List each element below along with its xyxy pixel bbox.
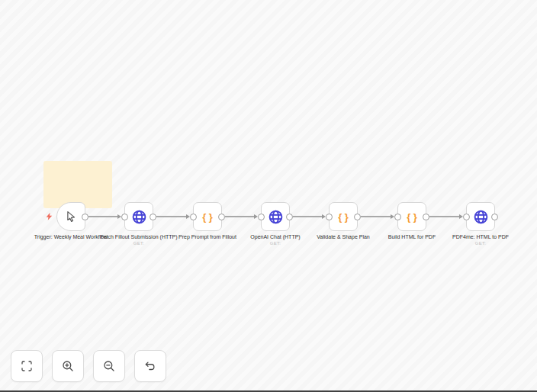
node-sublabel: GET: bbox=[233, 241, 318, 246]
input-port[interactable] bbox=[121, 214, 128, 220]
node-prep-prompt-from-fillout[interactable]: { } Prep Prompt from Fillout bbox=[193, 202, 222, 231]
node-sublabel: GET: bbox=[96, 241, 182, 246]
undo-icon bbox=[143, 359, 157, 373]
trigger-bolt-icon bbox=[46, 213, 53, 221]
connection-line bbox=[225, 216, 255, 217]
fit-view-icon bbox=[20, 359, 34, 373]
zoom-out-icon bbox=[102, 359, 116, 373]
output-port[interactable] bbox=[82, 214, 88, 220]
input-port[interactable] bbox=[326, 214, 333, 220]
cursor-icon bbox=[64, 210, 78, 223]
node-box[interactable]: { } bbox=[193, 202, 222, 231]
connection-line bbox=[293, 216, 323, 217]
globe-icon bbox=[473, 209, 489, 225]
output-port[interactable] bbox=[286, 214, 293, 220]
connection-line bbox=[88, 216, 118, 217]
code-braces-icon: { } bbox=[202, 212, 213, 222]
node-pdf4me-html-to-pdf[interactable]: PDF4me: HTML to PDF GET: bbox=[466, 202, 495, 231]
globe-icon bbox=[268, 209, 284, 225]
input-port[interactable] bbox=[258, 214, 265, 220]
output-port[interactable] bbox=[423, 214, 429, 220]
node-box[interactable] bbox=[56, 202, 85, 231]
connection-line bbox=[361, 216, 391, 217]
zoom-in-button[interactable] bbox=[52, 350, 84, 382]
sticky-note[interactable] bbox=[43, 161, 112, 208]
node-box[interactable]: { } bbox=[397, 202, 426, 231]
node-trigger-weekly-meal-workflow[interactable]: Trigger: Weekly Meal Workflow bbox=[56, 202, 85, 231]
node-box[interactable] bbox=[466, 202, 495, 231]
output-port[interactable] bbox=[218, 214, 225, 220]
output-port[interactable] bbox=[354, 214, 361, 220]
workflow-canvas[interactable]: Trigger: Weekly Meal Workflow Fetch Fill… bbox=[0, 0, 537, 392]
node-box[interactable]: { } bbox=[329, 202, 358, 231]
fit-view-button[interactable] bbox=[11, 350, 43, 382]
node-build-html-for-pdf[interactable]: { } Build HTML for PDF bbox=[397, 202, 426, 231]
output-port[interactable] bbox=[491, 214, 498, 220]
node-box[interactable] bbox=[124, 202, 153, 231]
node-sublabel: GET: bbox=[438, 241, 523, 246]
node-openai-chat[interactable]: OpenAI Chat (HTTP) GET: bbox=[261, 202, 290, 231]
zoom-out-button[interactable] bbox=[93, 350, 125, 382]
code-braces-icon: { } bbox=[338, 212, 349, 222]
code-braces-icon: { } bbox=[407, 212, 417, 222]
node-label: PDF4me: HTML to PDF bbox=[438, 233, 523, 240]
globe-icon bbox=[131, 209, 147, 225]
output-port[interactable] bbox=[150, 214, 156, 220]
input-port[interactable] bbox=[463, 214, 470, 220]
node-box[interactable] bbox=[261, 202, 290, 231]
node-validate-shape-plan[interactable]: { } Validate & Shape Plan bbox=[329, 202, 358, 231]
input-port[interactable] bbox=[394, 214, 401, 220]
zoom-in-icon bbox=[61, 359, 75, 373]
input-port[interactable] bbox=[190, 214, 197, 220]
undo-button[interactable] bbox=[134, 350, 166, 382]
connection-line bbox=[429, 216, 460, 217]
connection-line bbox=[156, 216, 187, 217]
node-fetch-fillout-submission[interactable]: Fetch Fillout Submission (HTTP) GET: bbox=[124, 202, 153, 231]
